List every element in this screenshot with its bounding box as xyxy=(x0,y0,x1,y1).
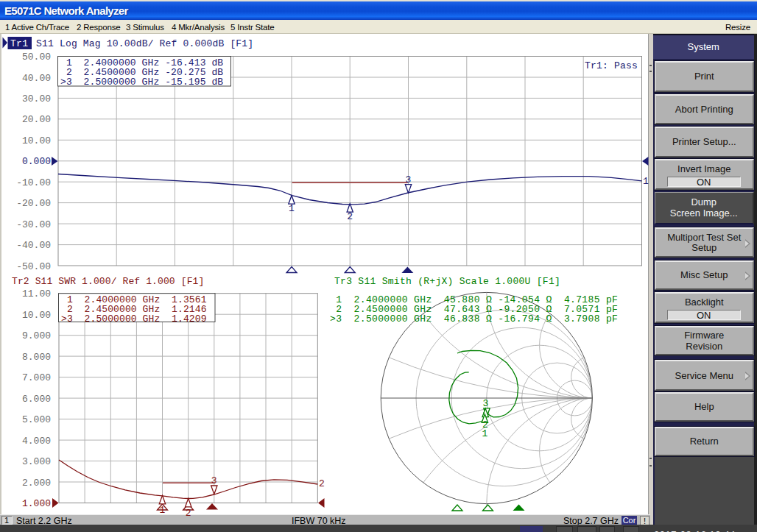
svg-text:1: 1 xyxy=(643,176,649,187)
svg-text:3: 3 xyxy=(405,174,411,185)
svg-text:-20.00: -20.00 xyxy=(16,198,51,209)
svg-text:-40.00: -40.00 xyxy=(16,240,51,251)
svg-text:1: 1 xyxy=(159,505,165,516)
svg-text:1: 1 xyxy=(482,428,487,439)
svg-text:4.000: 4.000 xyxy=(22,436,51,447)
svg-text:2: 2 xyxy=(186,508,191,519)
svg-text:1: 1 xyxy=(289,203,295,214)
svg-text:50.00: 50.00 xyxy=(22,52,51,63)
svg-text:20.00: 20.00 xyxy=(22,114,51,125)
svg-text:-30.00: -30.00 xyxy=(16,219,51,230)
svg-text:>3 2.5000000 GHz 1.4209: >3 2.5000000 GHz 1.4209 xyxy=(61,313,207,324)
svg-text:3.000: 3.000 xyxy=(22,456,51,467)
svg-text:6.000: 6.000 xyxy=(22,394,51,405)
svg-text:-50.00: -50.00 xyxy=(16,261,51,272)
svg-text:Tr2 S11 SWR 1.000/ Ref 1.000 [: Tr2 S11 SWR 1.000/ Ref 1.000 [F1] xyxy=(12,276,204,287)
svg-text:8.000: 8.000 xyxy=(22,352,51,363)
svg-text:30.00: 30.00 xyxy=(22,93,51,104)
svg-text:Tr1: Tr1 xyxy=(10,38,28,49)
svg-text:-10.00: -10.00 xyxy=(16,177,51,188)
svg-text:>3 2.5000000 GHz -15.195 dB: >3 2.5000000 GHz -15.195 dB xyxy=(60,77,223,88)
svg-text:1.000: 1.000 xyxy=(22,498,51,509)
svg-text:3: 3 xyxy=(211,475,217,486)
svg-text:7.000: 7.000 xyxy=(22,372,51,383)
svg-text:2: 2 xyxy=(319,478,325,489)
svg-text:2.000: 2.000 xyxy=(22,478,51,489)
svg-text:10.00: 10.00 xyxy=(22,135,51,146)
svg-text:0.000: 0.000 xyxy=(22,156,51,167)
svg-text:10.00: 10.00 xyxy=(22,310,51,321)
svg-text:2: 2 xyxy=(347,211,353,222)
svg-text:5.000: 5.000 xyxy=(22,414,51,425)
svg-text:Tr1: Pass: Tr1: Pass xyxy=(585,60,638,71)
svg-text:40.00: 40.00 xyxy=(22,73,51,84)
svg-text:3: 3 xyxy=(482,398,488,409)
svg-text:9.000: 9.000 xyxy=(22,330,51,341)
svg-text:11.00: 11.00 xyxy=(22,288,51,299)
svg-text:>3 2.5000000 GHz 46.838 Ω -1: >3 2.5000000 GHz 46.838 Ω -16.794 Ω 3.79… xyxy=(330,313,618,324)
svg-text:S11 Log Mag 10.00dB/ Ref 0.000: S11 Log Mag 10.00dB/ Ref 0.000dB [F1] xyxy=(36,38,253,49)
svg-text:Tr3 S11 Smith (R+jX) Scale 1.0: Tr3 S11 Smith (R+jX) Scale 1.000U [F1] xyxy=(334,276,560,287)
